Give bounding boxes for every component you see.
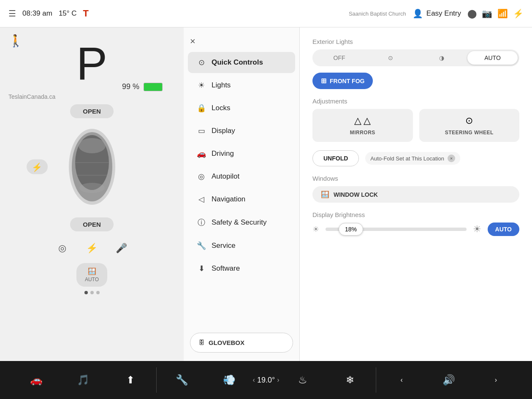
chevron-left-icon[interactable]: ‹: [253, 376, 255, 384]
bottom-seat-icon[interactable]: ♨: [279, 374, 326, 386]
tesla-logo: T: [83, 8, 89, 19]
glovebox-button[interactable]: 🗄 GLOVEBOX: [190, 333, 293, 353]
safety-icon: ⓘ: [196, 217, 206, 228]
brightness-slider[interactable]: 18%: [326, 228, 467, 231]
battery-percentage: 99 %: [122, 82, 139, 91]
circle-icon[interactable]: ⬤: [467, 8, 477, 19]
unfold-button[interactable]: UNFOLD: [312, 150, 359, 166]
light-off-button[interactable]: OFF: [314, 51, 364, 65]
autofold-close-button[interactable]: ×: [448, 155, 455, 162]
bottom-volume-icon[interactable]: 🔊: [425, 374, 472, 386]
left-panel: 🚶 P 99 % TeslainCanada.ca OPEN ⚡: [0, 27, 184, 361]
brightness-row: ☀ 18% ☀ AUTO: [312, 223, 519, 236]
dot-1[interactable]: [84, 291, 88, 294]
open-bottom-button[interactable]: OPEN: [70, 217, 114, 231]
lightning-icon[interactable]: ⚡: [84, 240, 100, 257]
bottom-car-icon[interactable]: 🚗: [13, 374, 60, 386]
header-time: 08:39 am: [22, 9, 52, 18]
wiper-button[interactable]: 🪟 AUTO: [76, 263, 107, 287]
header-temp: 15° C: [59, 9, 77, 18]
menu-item-navigation[interactable]: ◁ Navigation: [188, 189, 295, 210]
menu-item-lights[interactable]: ☀ Lights: [188, 75, 295, 96]
brightness-label: Display Brightness: [312, 211, 519, 218]
menu-item-software[interactable]: ⬇ Software: [188, 258, 295, 279]
svg-point-4: [79, 183, 105, 193]
window-lock-button[interactable]: 🪟 WINDOW LOCK: [312, 186, 519, 203]
bottom-controls: ◎ ⚡ 🎤: [54, 240, 130, 257]
autofold-text: Auto-Fold Set at This Location: [370, 155, 444, 162]
menu-item-quick-controls[interactable]: ⊙ Quick Controls: [188, 52, 295, 73]
divider-2: [376, 367, 376, 393]
bottom-hvac-icon[interactable]: 🔧: [159, 374, 206, 386]
menu-item-safety[interactable]: ⓘ Safety & Security: [188, 212, 295, 233]
menu-label-quick-controls: Quick Controls: [212, 58, 263, 67]
open-top-button[interactable]: OPEN: [70, 104, 114, 118]
menu-label-navigation: Navigation: [212, 195, 245, 204]
mic-icon[interactable]: 🎤: [113, 240, 130, 257]
menu-label-service: Service: [212, 242, 236, 250]
dot-3[interactable]: [96, 291, 100, 294]
person-alert-icon: 🚶: [8, 34, 23, 48]
fog-row: ⊞ FRONT FOG: [312, 73, 519, 89]
menu-item-service[interactable]: 🔧 Service: [188, 235, 295, 256]
menu-label-lights: Lights: [212, 81, 231, 90]
camera-icon[interactable]: 📷: [482, 8, 492, 19]
menu-label-autopilot: Autopilot: [212, 172, 239, 181]
menu-item-locks[interactable]: 🔒 Locks: [188, 98, 295, 119]
steering-wheel-label: STEERING WHEEL: [445, 130, 494, 136]
charging-icon[interactable]: ⚡: [27, 160, 48, 174]
close-button[interactable]: ×: [184, 32, 299, 51]
bottom-next-icon[interactable]: ›: [472, 376, 520, 384]
menu-label-safety: Safety & Security: [212, 218, 266, 227]
wifi-icon[interactable]: 📶: [497, 8, 508, 19]
car-display: ⚡: [50, 120, 134, 213]
service-icon: 🔧: [196, 241, 206, 250]
unfold-row: UNFOLD Auto-Fold Set at This Location ×: [312, 150, 519, 166]
bluetooth-icon[interactable]: ⚡: [513, 8, 524, 19]
brand-text: TeslainCanada.ca: [8, 93, 55, 100]
dot-2[interactable]: [90, 291, 94, 294]
bottom-music-icon[interactable]: 🎵: [60, 374, 107, 386]
middle-panel: × ⊙ Quick Controls ☀ Lights 🔒 Locks ▭ Di…: [184, 27, 300, 361]
display-icon: ▭: [196, 126, 206, 136]
menu-label-driving: Driving: [212, 149, 234, 158]
temp-value: 19.0°: [257, 376, 275, 385]
bottom-prev-icon[interactable]: ‹: [378, 376, 426, 384]
bottom-defrost-icon[interactable]: ❄: [326, 374, 374, 386]
mirrors-card[interactable]: △ △ MIRRORS: [312, 109, 413, 142]
menu-item-driving[interactable]: 🚗 Driving: [188, 143, 295, 164]
menu-label-display: Display: [212, 127, 235, 135]
front-fog-button[interactable]: ⊞ FRONT FOG: [312, 73, 373, 89]
person-icon: 👤: [413, 8, 423, 19]
lights-toggle-row: OFF ⊙ ◑ AUTO: [312, 49, 519, 66]
mirror-right-icon: △: [364, 115, 371, 126]
header-right: Saanich Baptist Church 👤 Easy Entry ⬤ 📷 …: [349, 8, 524, 19]
bottom-fan-icon[interactable]: 💨: [206, 374, 253, 386]
driving-icon: 🚗: [196, 149, 206, 158]
software-icon: ⬇: [196, 264, 206, 273]
steering-icon: ⊙: [465, 115, 473, 126]
front-fog-label: FRONT FOG: [330, 78, 364, 84]
glovebox-label: GLOVEBOX: [209, 339, 244, 346]
bottom-bar: 🚗 🎵 ⬆ 🔧 💨 ‹ 19.0° › ♨ ❄ ‹ 🔊 ›: [0, 361, 532, 399]
brightness-high-icon: ☀: [473, 224, 481, 235]
park-letter: P: [76, 40, 107, 87]
window-lock-icon: 🪟: [321, 190, 329, 198]
menu-icon[interactable]: ☰: [8, 8, 16, 19]
target-icon[interactable]: ◎: [54, 240, 71, 257]
light-low-button[interactable]: ◑: [416, 51, 467, 65]
main-content: 🚶 P 99 % TeslainCanada.ca OPEN ⚡: [0, 27, 532, 361]
adjustments-label: Adjustments: [312, 98, 519, 105]
svg-point-3: [79, 138, 106, 153]
light-auto-button[interactable]: AUTO: [467, 51, 518, 65]
temp-display: ‹ 19.0° ›: [253, 376, 280, 385]
steering-wheel-card[interactable]: ⊙ STEERING WHEEL: [419, 109, 520, 142]
bottom-up-icon[interactable]: ⬆: [107, 374, 154, 386]
menu-item-autopilot[interactable]: ◎ Autopilot: [188, 166, 295, 187]
brightness-low-icon: ☀: [312, 225, 319, 234]
header-icons-right: ⬤ 📷 📶 ⚡: [467, 8, 524, 19]
menu-item-display[interactable]: ▭ Display: [188, 120, 295, 141]
light-parking-button[interactable]: ⊙: [365, 51, 415, 65]
brightness-auto-button[interactable]: AUTO: [488, 223, 519, 236]
easy-entry-label[interactable]: Easy Entry: [426, 9, 461, 18]
